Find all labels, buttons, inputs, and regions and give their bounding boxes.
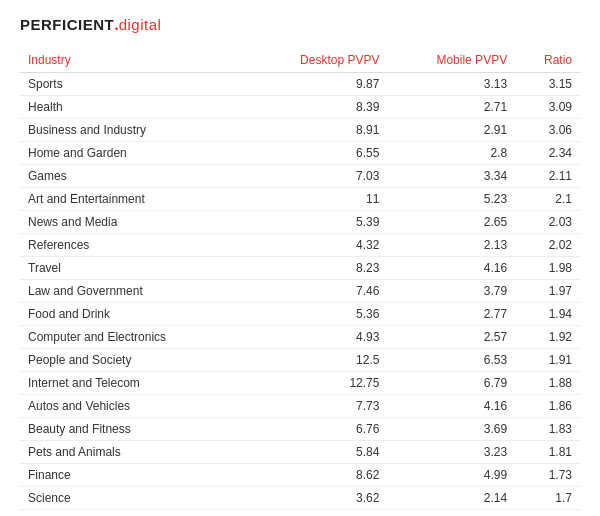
table-cell-4-3: 2.11	[515, 165, 580, 188]
table-cell-15-3: 1.83	[515, 418, 580, 441]
table-row: Career and Education7.464.421.69	[20, 510, 580, 517]
table-cell-11-2: 2.57	[387, 326, 515, 349]
table-row: Science3.622.141.7	[20, 487, 580, 510]
table-cell-7-3: 2.02	[515, 234, 580, 257]
table-cell-10-2: 2.77	[387, 303, 515, 326]
table-cell-15-0: Beauty and Fitness	[20, 418, 247, 441]
table-cell-18-0: Science	[20, 487, 247, 510]
table-cell-8-0: Travel	[20, 257, 247, 280]
table-cell-16-2: 3.23	[387, 441, 515, 464]
table-cell-12-2: 6.53	[387, 349, 515, 372]
table-cell-11-0: Computer and Electronics	[20, 326, 247, 349]
table-row: Business and Industry8.912.913.06	[20, 119, 580, 142]
table-cell-19-0: Career and Education	[20, 510, 247, 517]
table-cell-15-1: 6.76	[247, 418, 387, 441]
table-cell-8-1: 8.23	[247, 257, 387, 280]
table-cell-16-3: 1.81	[515, 441, 580, 464]
table-cell-10-1: 5.36	[247, 303, 387, 326]
logo-perficient: PERFICIENT	[20, 16, 114, 33]
table-cell-3-1: 6.55	[247, 142, 387, 165]
table-cell-1-3: 3.09	[515, 96, 580, 119]
table-cell-9-0: Law and Government	[20, 280, 247, 303]
table-cell-17-2: 4.99	[387, 464, 515, 487]
table-cell-14-0: Autos and Vehicles	[20, 395, 247, 418]
table-cell-14-3: 1.86	[515, 395, 580, 418]
table-cell-2-1: 8.91	[247, 119, 387, 142]
table-cell-11-1: 4.93	[247, 326, 387, 349]
header-cell-2: Mobile PVPV	[387, 48, 515, 73]
table-cell-5-0: Art and Entertainment	[20, 188, 247, 211]
table-cell-5-3: 2.1	[515, 188, 580, 211]
table-row: Art and Entertainment115.232.1	[20, 188, 580, 211]
table-row: Food and Drink5.362.771.94	[20, 303, 580, 326]
table-cell-19-1: 7.46	[247, 510, 387, 517]
table-cell-3-3: 2.34	[515, 142, 580, 165]
table-cell-16-1: 5.84	[247, 441, 387, 464]
table-cell-6-2: 2.65	[387, 211, 515, 234]
table-cell-8-3: 1.98	[515, 257, 580, 280]
table-cell-17-1: 8.62	[247, 464, 387, 487]
table-cell-1-0: Health	[20, 96, 247, 119]
table-row: References4.322.132.02	[20, 234, 580, 257]
table-cell-10-3: 1.94	[515, 303, 580, 326]
table-cell-8-2: 4.16	[387, 257, 515, 280]
table-cell-4-0: Games	[20, 165, 247, 188]
header-row: IndustryDesktop PVPVMobile PVPVRatio	[20, 48, 580, 73]
table-cell-7-0: References	[20, 234, 247, 257]
table-cell-18-1: 3.62	[247, 487, 387, 510]
table-cell-6-1: 5.39	[247, 211, 387, 234]
table-cell-0-1: 9.87	[247, 73, 387, 96]
table-cell-4-1: 7.03	[247, 165, 387, 188]
table-cell-13-0: Internet and Telecom	[20, 372, 247, 395]
table-header: IndustryDesktop PVPVMobile PVPVRatio	[20, 48, 580, 73]
header-cell-0: Industry	[20, 48, 247, 73]
table-cell-14-1: 7.73	[247, 395, 387, 418]
table-cell-6-3: 2.03	[515, 211, 580, 234]
table-cell-6-0: News and Media	[20, 211, 247, 234]
table-cell-17-3: 1.73	[515, 464, 580, 487]
table-cell-10-0: Food and Drink	[20, 303, 247, 326]
table-cell-15-2: 3.69	[387, 418, 515, 441]
table-cell-12-3: 1.91	[515, 349, 580, 372]
table-cell-14-2: 4.16	[387, 395, 515, 418]
table-cell-2-2: 2.91	[387, 119, 515, 142]
table-row: Home and Garden6.552.82.34	[20, 142, 580, 165]
table-cell-3-2: 2.8	[387, 142, 515, 165]
table-cell-5-2: 5.23	[387, 188, 515, 211]
table-cell-7-2: 2.13	[387, 234, 515, 257]
table-cell-16-0: Pets and Animals	[20, 441, 247, 464]
table-cell-0-2: 3.13	[387, 73, 515, 96]
table-row: Games7.033.342.11	[20, 165, 580, 188]
table-row: Pets and Animals5.843.231.81	[20, 441, 580, 464]
table-cell-17-0: Finance	[20, 464, 247, 487]
data-table: IndustryDesktop PVPVMobile PVPVRatio Spo…	[20, 48, 580, 516]
table-cell-5-1: 11	[247, 188, 387, 211]
table-row: Autos and Vehicles7.734.161.86	[20, 395, 580, 418]
table-row: Health8.392.713.09	[20, 96, 580, 119]
table-cell-3-0: Home and Garden	[20, 142, 247, 165]
table-cell-9-1: 7.46	[247, 280, 387, 303]
table-cell-2-3: 3.06	[515, 119, 580, 142]
table-cell-18-3: 1.7	[515, 487, 580, 510]
table-row: Computer and Electronics4.932.571.92	[20, 326, 580, 349]
table-cell-2-0: Business and Industry	[20, 119, 247, 142]
table-row: Finance8.624.991.73	[20, 464, 580, 487]
table-cell-18-2: 2.14	[387, 487, 515, 510]
table-cell-0-3: 3.15	[515, 73, 580, 96]
header-cell-1: Desktop PVPV	[247, 48, 387, 73]
table-row: Law and Government7.463.791.97	[20, 280, 580, 303]
table-cell-19-2: 4.42	[387, 510, 515, 517]
table-cell-13-2: 6.79	[387, 372, 515, 395]
table-cell-1-2: 2.71	[387, 96, 515, 119]
table-row: Sports9.873.133.15	[20, 73, 580, 96]
table-cell-9-3: 1.97	[515, 280, 580, 303]
table-cell-13-3: 1.88	[515, 372, 580, 395]
table-row: Travel8.234.161.98	[20, 257, 580, 280]
table-cell-11-3: 1.92	[515, 326, 580, 349]
table-row: Beauty and Fitness6.763.691.83	[20, 418, 580, 441]
logo: PERFICIENT.digital	[20, 16, 580, 34]
table-cell-12-0: People and Society	[20, 349, 247, 372]
table-row: News and Media5.392.652.03	[20, 211, 580, 234]
logo-digital: digital	[119, 16, 162, 33]
table-cell-1-1: 8.39	[247, 96, 387, 119]
